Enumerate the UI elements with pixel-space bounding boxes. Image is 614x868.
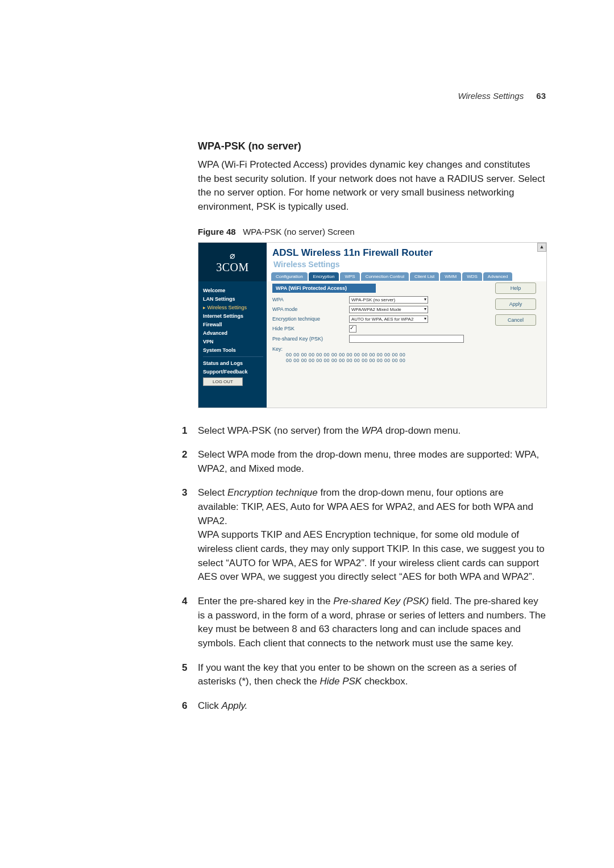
cancel-button[interactable]: Cancel <box>495 314 536 326</box>
wpa-label: WPA <box>272 297 349 302</box>
logout-button[interactable]: LOG OUT <box>203 377 243 386</box>
brand-text: 3COM <box>216 261 249 274</box>
running-section: Wireless Settings <box>458 91 524 101</box>
main-panel: WPA (WiFi Protected Access) WPA WPA-PSK … <box>267 281 546 408</box>
wpa-mode-label: WPA mode <box>272 306 349 312</box>
tab-configuration[interactable]: Configuration <box>271 272 308 281</box>
figure-label: Figure 48 <box>198 227 236 236</box>
nav-welcome[interactable]: Welcome <box>203 288 263 293</box>
brand-logo: ⌀ 3COM <box>198 243 267 281</box>
instruction-list: Select WPA-PSK (no server) from the WPA … <box>198 424 546 713</box>
key-label: Key: <box>272 346 283 352</box>
key-hex-2: 00 00 00 00 00 00 00 00 00 00 00 00 00 0… <box>286 358 541 363</box>
psk-input[interactable] <box>349 335 464 343</box>
help-button[interactable]: Help <box>495 283 536 294</box>
tab-connection-control[interactable]: Connection Control <box>361 272 409 281</box>
nav-internet[interactable]: Internet Settings <box>203 313 263 319</box>
step-2: Select WPA mode from the drop-down menu,… <box>198 448 546 476</box>
key-hex-1: 00 00 00 00 00 00 00 00 00 00 00 00 00 0… <box>286 352 541 358</box>
nav-advanced[interactable]: Advanced <box>203 330 263 336</box>
enc-label: Encryption technique <box>272 316 349 322</box>
tab-client-list[interactable]: Client List <box>410 272 439 281</box>
running-header: Wireless Settings 63 <box>198 91 546 101</box>
page-subtitle: Wireless Settings <box>273 260 546 269</box>
hide-psk-checkbox[interactable] <box>349 325 356 333</box>
apply-button[interactable]: Apply <box>495 298 536 310</box>
tab-wps[interactable]: WPS <box>340 272 359 281</box>
wpa-select[interactable]: WPA-PSK (no server) <box>349 296 428 304</box>
wpa-mode-select[interactable]: WPA/WPA2 Mixed Mode <box>349 306 428 313</box>
product-title: ADSL Wireless 11n Firewall Router <box>272 247 546 259</box>
tab-wds[interactable]: WDS <box>462 272 482 281</box>
step-6: Click Apply. <box>198 699 546 713</box>
step-4: Enter the pre-shared key in the Pre-shar… <box>198 595 546 651</box>
step-5: If you want the key that you enter to be… <box>198 661 546 689</box>
nav-lan[interactable]: LAN Settings <box>203 296 263 302</box>
nav-firewall[interactable]: Firewall <box>203 322 263 327</box>
tab-bar: Configuration Encryption WPS Connection … <box>271 272 546 281</box>
screenshot: ▲ ⌀ 3COM ADSL Wireless 11n Firewall Rout… <box>198 242 547 408</box>
tab-advanced[interactable]: Advanced <box>483 272 513 281</box>
page-number: 63 <box>536 91 546 101</box>
figure-text: WPA-PSK (no server) Screen <box>243 227 354 236</box>
side-nav: Welcome LAN Settings ▸ Wireless Settings… <box>198 281 267 408</box>
nav-system-tools[interactable]: System Tools <box>203 347 263 353</box>
tab-encryption[interactable]: Encryption <box>309 272 339 281</box>
nav-status[interactable]: Status and Logs <box>203 360 263 366</box>
nav-wireless[interactable]: ▸ Wireless Settings <box>203 305 263 310</box>
intro-paragraph: WPA (Wi-Fi Protected Access) provides dy… <box>198 158 546 214</box>
nav-support[interactable]: Support/Feedback <box>203 369 263 375</box>
nav-vpn[interactable]: VPN <box>203 339 263 344</box>
tab-wmm[interactable]: WMM <box>440 272 461 281</box>
panel-section-title: WPA (WiFi Protected Access) <box>272 284 376 293</box>
enc-select[interactable]: AUTO for WPA, AES for WPA2 <box>349 315 428 323</box>
step-3: Select Encryption technique from the dro… <box>198 486 546 584</box>
figure-caption: Figure 48 WPA-PSK (no server) Screen <box>198 227 546 236</box>
step-1: Select WPA-PSK (no server) from the WPA … <box>198 424 546 438</box>
hide-psk-label: Hide PSK <box>272 326 349 331</box>
psk-label: Pre-shared Key (PSK) <box>272 336 349 342</box>
section-heading: WPA-PSK (no server) <box>198 140 546 152</box>
